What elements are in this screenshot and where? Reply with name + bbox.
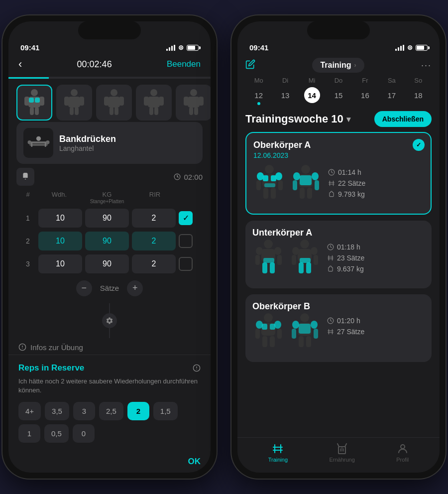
svg-point-66 [274,247,281,255]
workout-header: ‹ 00:02:46 Beenden [8,54,211,77]
more-button[interactable]: ··· [421,60,432,71]
tab-training[interactable]: Training [268,443,288,463]
exercise-thumb-1[interactable] [16,85,52,121]
info-section: Infos zur Übung [8,340,211,355]
svg-point-63 [264,240,273,248]
day-14[interactable]: 14 [304,87,320,103]
finish-week-button[interactable]: Abschließen [374,111,432,127]
remove-set-button[interactable]: − [76,280,92,296]
svg-rect-11 [79,97,84,106]
rir-btn-4plus[interactable]: 4+ [18,402,41,420]
svg-point-20 [150,89,157,96]
day-13[interactable]: 13 [277,87,293,103]
reps-3[interactable]: 10 [38,254,82,273]
clock-icon-2 [327,244,334,250]
rir-info-icon [193,364,201,372]
set-number-1: 1 [20,214,35,222]
svg-rect-2 [24,97,29,106]
workout-card-1[interactable]: ✓ Oberkörper A 12.06.2023 [245,132,432,215]
rir-buttons: 4+ 3,5 3 2,5 2 1,5 1 0,5 0 [18,402,201,443]
rir-btn-3[interactable]: 3 [73,402,95,420]
svg-rect-100 [306,336,311,347]
add-set-button[interactable]: + [127,280,143,296]
ok-button[interactable]: OK [188,457,201,467]
stat-weight-2: 9.637 kg [327,265,364,273]
time-left: 09:41 [20,43,39,52]
workout-card-3[interactable]: Oberkörper B [245,294,432,362]
rir-btn-05[interactable]: 0,5 [44,424,69,443]
time-right: 09:41 [249,43,268,52]
svg-rect-80 [300,258,311,263]
rir-3[interactable]: 2 [132,254,176,273]
end-workout-button[interactable]: Beenden [167,59,201,69]
kg-3[interactable]: 90 [85,254,129,273]
muscle-figures-3 [252,313,321,355]
exercise-thumb-3[interactable] [96,85,132,121]
svg-point-96 [311,321,318,329]
exercise-thumb-5[interactable] [176,85,211,121]
weight-icon-1 [328,191,335,198]
gear-button[interactable] [102,313,117,328]
svg-point-84 [256,321,263,329]
tab-profile[interactable]: Profil [396,443,409,463]
svg-point-47 [275,172,282,180]
svg-rect-58 [293,180,297,190]
day-12[interactable]: 12 [251,87,267,103]
profile-tab-icon [397,443,409,455]
rir-1[interactable]: 2 [132,209,176,228]
tab-nutrition[interactable]: Ernährung [329,443,354,463]
day-18[interactable]: 18 [410,87,426,103]
reps-1[interactable]: 10 [38,209,82,228]
back-button[interactable]: ‹ [18,58,22,71]
day-header-mo: Mo [245,77,272,84]
edit-button[interactable] [245,59,255,72]
day-header-mi: Mi [299,77,325,84]
wifi-icon: ⊜ [178,44,184,51]
stat-weight-1: 9.793 kg [328,190,365,198]
day-header-sa: Sa [378,77,405,84]
svg-point-8 [71,89,78,96]
rir-btn-0[interactable]: 0 [73,424,95,443]
workout-card-2[interactable]: Unterkörper A [245,221,432,288]
rir-btn-1[interactable]: 1 [18,424,40,443]
rir-btn-25[interactable]: 2,5 [99,402,123,420]
rir-btn-2[interactable]: 2 [127,402,149,420]
set-check-1[interactable]: ✓ [179,211,193,225]
body-back-3 [289,313,321,355]
day-16[interactable]: 16 [357,87,373,103]
settings-divider [8,301,211,340]
workout-body-3: 01:20 h 27 Sätze [252,313,425,355]
exercise-thumb-4[interactable] [136,85,172,121]
signal-icon-right [395,45,404,51]
rir-btn-15[interactable]: 1,5 [153,402,178,420]
svg-rect-99 [299,336,304,347]
svg-rect-50 [264,183,275,187]
tab-nutrition-label: Ernährung [329,457,354,463]
set-check-2[interactable] [179,234,193,248]
kg-2[interactable]: 90 [85,232,129,250]
workout-body-1: 01:14 h 22 Sätze 9.793 kg [253,164,424,207]
dumbbell-icon-2 [327,254,334,261]
training-pill[interactable]: Training › [312,58,364,73]
rir-btn-35[interactable]: 3,5 [45,402,69,420]
week-chevron-icon: ▾ [346,115,350,124]
exercise-thumb-2[interactable] [56,85,92,121]
day-15[interactable]: 15 [331,87,346,103]
tab-training-label: Training [268,457,288,463]
left-phone-screen: 09:41 ⊜ ‹ 00:02:46 [8,21,211,473]
day-17[interactable]: 17 [384,87,400,103]
pin-button[interactable] [16,168,34,186]
rir-description: Ich hätte noch 2 weitere saubere Wiederh… [18,377,201,395]
svg-rect-17 [119,97,124,106]
body-back-1 [290,164,322,207]
svg-rect-25 [154,107,158,115]
body-front-3 [252,313,285,355]
set-check-3[interactable] [179,257,193,271]
svg-rect-98 [314,329,318,339]
stat-time-2: 01:18 h [327,243,364,251]
workout-date-1: 12.06.2023 [253,151,424,159]
reps-2[interactable]: 10 [38,232,82,250]
kg-1[interactable]: 90 [85,209,129,228]
rir-2[interactable]: 2 [132,232,176,250]
rest-timer[interactable]: 02:00 [174,173,203,181]
